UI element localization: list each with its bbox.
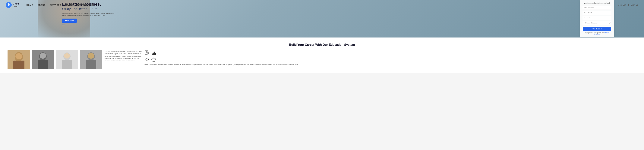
student-name-input[interactable] [583,6,611,10]
hero-description: Onec Consequat Sapien Ut Leo Cursus Rhon… [62,12,115,17]
svg-rect-7 [38,60,48,69]
career-photos [8,50,102,69]
navigation: Child Learn HOME ABOUT SERVICES STATS TE… [0,0,644,10]
career-icons-section: Vivamus efficitur vitae tempus aliquam. … [144,50,636,66]
logo-icon [6,2,12,8]
photo-placeholder-2 [32,50,54,69]
career-icon-box-1 [144,50,636,56]
svg-rect-21 [147,53,149,55]
dot-2[interactable] [66,25,68,25]
nav-stats[interactable]: STATS [66,4,72,6]
nav-actions: Most Set | Sign Up [618,4,638,6]
chart-icon [151,50,156,56]
svg-rect-25 [152,54,153,55]
nav-testimonials[interactable]: TESTIMONIALS [77,4,94,6]
photo-placeholder-3 [56,50,78,69]
svg-point-30 [146,58,148,61]
logo-name: Child [13,2,19,5]
career-grid: Vivamus mattis ex massa. Morbi sed dui i… [8,50,636,69]
read-more-button[interactable]: Read More [62,18,77,23]
registration-title: Register and Join in our school [583,2,611,4]
scale-icon [151,57,156,62]
career-section-title: Build Your Career With Our Education Sys… [8,43,636,47]
career-icon-box-2 [144,57,636,62]
email-input[interactable] [583,11,611,15]
career-photo-1 [8,50,30,69]
contact-number-input[interactable] [583,16,611,20]
svg-rect-28 [155,53,156,55]
dot-3[interactable] [70,25,72,25]
svg-rect-27 [154,52,155,55]
svg-point-0 [8,3,10,5]
career-photo-3 [56,50,78,69]
svg-rect-26 [153,53,154,55]
registration-panel: Register and Join in our school Class or… [580,0,614,37]
svg-point-12 [64,53,70,59]
svg-point-16 [88,53,94,59]
svg-point-8 [40,53,46,59]
career-photo-2 [32,50,54,69]
terms-text: By registering, you agree to our Terms &… [583,32,611,35]
nav-about[interactable]: ABOUT [38,4,46,6]
svg-rect-11 [62,60,72,69]
dot-1[interactable] [62,25,65,25]
logo-sub: Learn [13,5,19,7]
brain-icon [144,57,150,62]
svg-point-4 [16,53,22,59]
photo-placeholder-4 [80,50,102,69]
nav-home[interactable]: HOME [26,4,33,6]
svg-rect-3 [13,61,24,69]
career-section: Build Your Career With Our Education Sys… [0,37,644,73]
icon-description: Vivamus efficitur vitae tempus aliquam. … [144,64,636,66]
career-icon-row-1 [144,50,636,56]
nav-links: HOME ABOUT SERVICES STATS TESTIMONIALS [26,3,618,6]
hero-carousel-dots [62,25,115,25]
nav-services[interactable]: SERVICES [50,4,61,6]
nav-most-set[interactable]: Most Set [618,4,626,6]
career-photo-4 [80,50,102,69]
nav-signup[interactable]: Sign Up [631,4,638,6]
get-started-button[interactable]: Get Started [583,27,611,31]
document-icon [144,50,150,56]
photo-placeholder-1 [8,50,30,69]
career-icon-row-2 [144,57,636,62]
svg-rect-15 [86,60,96,69]
career-description: Vivamus mattis ex massa. Morbi sed dui i… [104,50,142,62]
svg-point-36 [154,57,154,58]
class-select[interactable]: Class or Standard Class 1 Class 2 Class … [583,21,611,25]
logo[interactable]: Child Learn [6,2,19,8]
